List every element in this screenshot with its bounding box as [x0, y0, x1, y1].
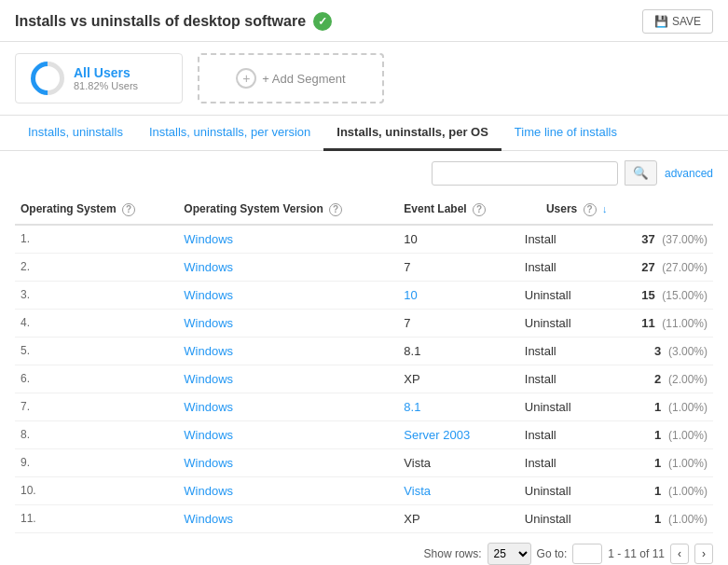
row-os[interactable]: Windows: [178, 448, 398, 476]
row-event: Uninstall: [519, 281, 613, 309]
os-version-help-icon[interactable]: ?: [329, 203, 342, 216]
row-version[interactable]: Server 2003: [398, 420, 518, 448]
col-header-os-version: Operating System Version ?: [178, 195, 398, 225]
row-os[interactable]: Windows: [178, 337, 398, 365]
pagination-bar: Show rows: 25 50 100 Go to: 1 1 - 11 of …: [0, 533, 728, 565]
row-num: 2.: [15, 253, 178, 281]
show-rows-select[interactable]: 25 50 100: [488, 543, 531, 565]
row-users: 1 (1.00%): [612, 448, 713, 476]
row-os[interactable]: Windows: [178, 504, 398, 532]
row-users: 1 (1.00%): [612, 420, 713, 448]
row-users: 3 (3.00%): [612, 337, 713, 365]
users-pct: (37.00%): [662, 233, 707, 246]
row-num: 8.: [15, 420, 178, 448]
table-row: 8. Windows Server 2003 Install 1 (1.00%): [15, 420, 713, 448]
table-row: 5. Windows 8.1 Install 3 (3.00%): [15, 337, 713, 365]
table-row: 7. Windows 8.1 Uninstall 1 (1.00%): [15, 393, 713, 420]
row-num: 11.: [15, 504, 178, 532]
segments-bar: All Users 81.82% Users + + Add Segment: [0, 42, 728, 116]
segment-donut-icon: [24, 55, 72, 103]
users-pct: (2.00%): [668, 373, 707, 386]
row-os[interactable]: Windows: [178, 365, 398, 393]
prev-page-button[interactable]: ‹: [670, 544, 689, 564]
add-segment-icon: +: [236, 68, 256, 89]
search-input[interactable]: [432, 161, 618, 186]
users-count: 2: [654, 372, 661, 386]
users-count: 1: [654, 456, 661, 470]
tab-installs-uninstalls-per-version[interactable]: Installs, uninstalls, per version: [136, 116, 323, 151]
next-page-button[interactable]: ›: [694, 544, 713, 564]
title-text: Installs vs uninstalls of desktop softwa…: [15, 13, 306, 30]
page-range-label: 1 - 11 of 11: [608, 547, 665, 560]
col-header-users: Users ? ↓: [519, 195, 613, 225]
row-num: 7.: [15, 393, 178, 420]
save-icon: 💾: [654, 15, 668, 28]
users-count: 1: [654, 484, 661, 498]
search-icon: 🔍: [633, 166, 649, 180]
save-label: SAVE: [672, 15, 701, 28]
row-num: 1.: [15, 225, 178, 254]
row-event: Uninstall: [519, 476, 613, 504]
table-row: 10. Windows Vista Uninstall 1 (1.00%): [15, 476, 713, 504]
event-help-icon[interactable]: ?: [473, 203, 486, 216]
tab-installs-uninstalls[interactable]: Installs, uninstalls: [15, 116, 136, 151]
users-count: 1: [654, 400, 661, 414]
row-event: Uninstall: [519, 309, 613, 337]
users-count: 27: [641, 260, 654, 274]
row-version[interactable]: 10: [398, 281, 518, 309]
users-pct: (1.00%): [668, 485, 707, 498]
save-button[interactable]: 💾 SAVE: [642, 9, 713, 34]
row-os[interactable]: Windows: [178, 420, 398, 448]
row-users: 1 (1.00%): [612, 393, 713, 420]
table-row: 1. Windows 10 Install 37 (37.00%): [15, 225, 713, 254]
row-version: XP: [398, 365, 518, 393]
row-event: Install: [519, 420, 613, 448]
row-event: Install: [519, 253, 613, 281]
users-pct: (1.00%): [668, 429, 707, 442]
row-os[interactable]: Windows: [178, 281, 398, 309]
row-os[interactable]: Windows: [178, 309, 398, 337]
goto-input[interactable]: 1: [572, 544, 602, 564]
tab-timeline-installs[interactable]: Time line of installs: [501, 116, 630, 151]
users-pct: (11.00%): [662, 317, 707, 330]
users-count: 15: [641, 288, 654, 302]
users-count: 37: [641, 232, 654, 246]
row-os[interactable]: Windows: [178, 393, 398, 420]
all-users-segment[interactable]: All Users 81.82% Users: [15, 53, 183, 103]
users-pct: (27.00%): [662, 261, 707, 274]
row-event: Uninstall: [519, 393, 613, 420]
table-row: 9. Windows Vista Install 1 (1.00%): [15, 448, 713, 476]
row-users: 2 (2.00%): [612, 365, 713, 393]
row-version[interactable]: 8.1: [398, 393, 518, 420]
page-header: Installs vs uninstalls of desktop softwa…: [0, 0, 728, 42]
row-event: Uninstall: [519, 504, 613, 532]
users-count: 3: [654, 344, 661, 358]
row-version[interactable]: Vista: [398, 476, 518, 504]
table-row: 11. Windows XP Uninstall 1 (1.00%): [15, 504, 713, 532]
sort-icon[interactable]: ↓: [602, 203, 608, 214]
users-pct: (1.00%): [668, 401, 707, 414]
row-version: 7: [398, 309, 518, 337]
users-pct: (3.00%): [668, 345, 707, 358]
row-event: Install: [519, 337, 613, 365]
tab-installs-uninstalls-per-os[interactable]: Installs, uninstalls, per OS: [323, 116, 501, 151]
page-title: Installs vs uninstalls of desktop softwa…: [15, 12, 332, 31]
advanced-link[interactable]: advanced: [665, 167, 713, 180]
row-os[interactable]: Windows: [178, 225, 398, 254]
row-version: 10: [398, 225, 518, 254]
users-help-icon[interactable]: ?: [584, 203, 597, 216]
row-event: Install: [519, 365, 613, 393]
segment-info: All Users 81.82% Users: [74, 65, 138, 91]
users-pct: (1.00%): [668, 513, 707, 526]
users-count: 1: [654, 512, 661, 526]
table-header-row: Operating System ? Operating System Vers…: [15, 195, 713, 225]
row-os[interactable]: Windows: [178, 476, 398, 504]
segment-name: All Users: [74, 65, 138, 80]
row-users: 27 (27.00%): [612, 253, 713, 281]
add-segment-button[interactable]: + + Add Segment: [198, 53, 384, 103]
search-button[interactable]: 🔍: [625, 160, 657, 186]
os-help-icon[interactable]: ?: [122, 203, 135, 216]
row-event: Install: [519, 448, 613, 476]
row-os[interactable]: Windows: [178, 253, 398, 281]
goto-label: Go to:: [537, 547, 568, 560]
